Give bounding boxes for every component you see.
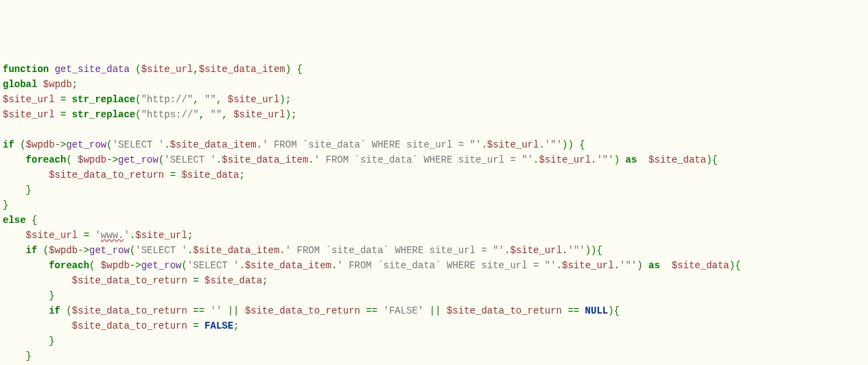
line-7: foreach( $wpdb->get_row('SELECT '.$site_… — [3, 154, 718, 165]
line-15: $site_data_to_return = $site_data; — [3, 275, 268, 286]
line-10: } — [3, 200, 8, 211]
line-20: } — [3, 351, 32, 362]
line-9: } — [3, 185, 32, 196]
line-1: function get_site_data ($site_url,$site_… — [3, 64, 303, 75]
line-12: $site_url = 'www.'.$site_url; — [3, 230, 193, 241]
line-18: $site_data_to_return = FALSE; — [3, 320, 239, 331]
line-13: if ($wpdb->get_row('SELECT '.$site_data_… — [3, 245, 602, 256]
line-19: } — [3, 335, 55, 346]
line-3: $site_url = str_replace("http://", "", $… — [3, 94, 291, 105]
line-4: $site_url = str_replace("https://", "", … — [3, 109, 297, 120]
code-block: function get_site_data ($site_url,$site_… — [0, 60, 868, 365]
line-17: if ($site_data_to_return == '' || $site_… — [3, 305, 620, 316]
line-8: $site_data_to_return = $site_data; — [3, 169, 245, 180]
line-11: else { — [3, 215, 37, 226]
line-2: global $wpdb; — [3, 79, 78, 90]
line-14: foreach( $wpdb->get_row('SELECT '.$site_… — [3, 260, 741, 271]
line-16: } — [3, 290, 55, 301]
line-6: if ($wpdb->get_row('SELECT '.$site_data_… — [3, 139, 585, 150]
